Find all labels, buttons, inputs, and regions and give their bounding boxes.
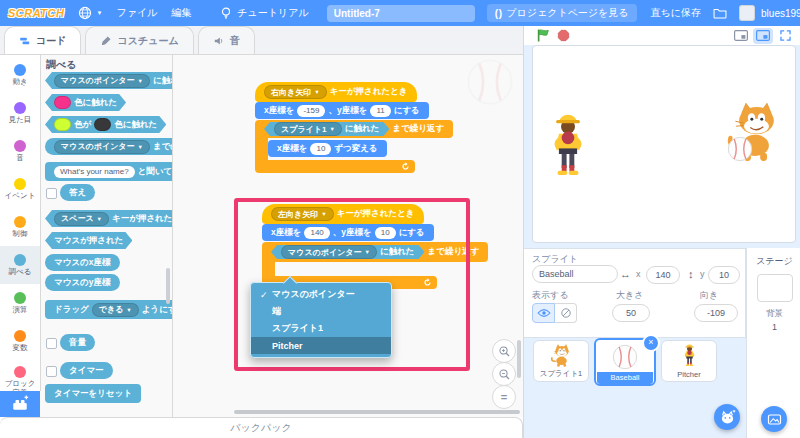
- color-swatch-dark[interactable]: [94, 118, 111, 131]
- palette-distance-block[interactable]: マウスのポインター▼ までの距離: [45, 138, 173, 155]
- menu-tutorials[interactable]: チュートリアル: [219, 6, 308, 20]
- sprite-direction-input[interactable]: -109: [694, 304, 738, 322]
- sprite-card-pitcher[interactable]: Pitcher: [661, 340, 717, 382]
- palette-reset-timer-block[interactable]: タイマーをリセット: [45, 384, 141, 403]
- script1-when-key-pressed-hat[interactable]: 右向き矢印▼ キーが押されたとき: [255, 82, 417, 102]
- backdrop-thumbnail[interactable]: [757, 274, 793, 302]
- script1-change-x-input[interactable]: 10: [310, 143, 331, 155]
- category-control[interactable]: 制御: [0, 208, 40, 246]
- palette-loudness-reporter[interactable]: 音量: [60, 334, 95, 351]
- script1-key-dropdown[interactable]: 右向き矢印▼: [264, 85, 327, 99]
- script1-x-input[interactable]: -159: [297, 105, 325, 117]
- category-looks[interactable]: 見た目: [0, 94, 40, 132]
- color-swatch-pink[interactable]: [54, 96, 71, 109]
- menu-file[interactable]: ファイル: [116, 6, 157, 20]
- stage-sprite-pitcher[interactable]: [547, 110, 589, 184]
- script2-when-key-pressed-hat[interactable]: 左向き矢印▼ キーが押されたとき: [262, 204, 424, 224]
- my-stuff-folder-icon[interactable]: [713, 6, 727, 20]
- project-title-input[interactable]: [327, 5, 475, 22]
- small-stage-button[interactable]: [731, 28, 751, 44]
- show-button[interactable]: [532, 303, 555, 323]
- category-motion[interactable]: 動き: [0, 56, 40, 94]
- sprite-card-baseball[interactable]: × Baseball: [594, 338, 656, 386]
- drag-mode-dropdown[interactable]: できる▼: [92, 303, 139, 317]
- scratch-logo[interactable]: SCRATCH: [8, 7, 64, 19]
- script1-touching-dropdown[interactable]: スプライト1▼: [274, 122, 342, 136]
- loudness-checkbox[interactable]: [46, 338, 57, 349]
- script2-until-condition[interactable]: マウスのポインター▼ に触れた: [271, 245, 425, 259]
- palette-mouse-y-reporter[interactable]: マウスのy座標: [45, 274, 120, 291]
- distance-target-dropdown[interactable]: マウスのポインター▼: [54, 140, 150, 154]
- tab-sounds[interactable]: 音: [198, 26, 255, 54]
- add-backdrop-button[interactable]: [761, 406, 787, 432]
- ask-text-input[interactable]: What's your name?: [54, 166, 135, 178]
- answer-checkbox[interactable]: [46, 188, 57, 199]
- delete-sprite-button[interactable]: ×: [642, 334, 660, 352]
- palette-scrollbar[interactable]: [166, 268, 170, 304]
- sprite-y-input[interactable]: 10: [708, 266, 740, 284]
- palette-ask-block[interactable]: What's your name? と聞いて待つ: [45, 162, 173, 181]
- script2-key-dropdown[interactable]: 左向き矢印▼: [271, 207, 334, 221]
- add-extension-button[interactable]: [0, 391, 40, 417]
- tab-costumes[interactable]: コスチューム: [85, 26, 193, 54]
- category-events[interactable]: イベント: [0, 170, 40, 208]
- palette-set-drag-block[interactable]: ドラッグ できる▼ ようにする: [45, 300, 173, 319]
- stage-sprite-baseball[interactable]: [727, 136, 753, 162]
- sprite-name-input[interactable]: [532, 265, 618, 283]
- touching-target-dropdown[interactable]: マウスのポインター▼: [54, 74, 150, 88]
- script2-y-input[interactable]: 10: [375, 227, 396, 239]
- zoom-out-button[interactable]: [492, 362, 516, 386]
- avatar[interactable]: [739, 5, 755, 21]
- sprite-size-input[interactable]: 50: [612, 304, 650, 322]
- workspace-horizontal-scrollbar[interactable]: [234, 410, 520, 414]
- stage-selector[interactable]: ステージ 背景 1: [746, 248, 800, 438]
- palette-touching-color-block[interactable]: 色に触れた: [45, 94, 126, 111]
- menu-item-mouse-pointer[interactable]: ✓ マウスのポインター: [251, 286, 391, 303]
- stop-button[interactable]: [557, 29, 570, 42]
- palette-mouse-x-reporter[interactable]: マウスのx座標: [45, 254, 120, 271]
- sprite-x-input[interactable]: 140: [646, 266, 680, 284]
- palette-mouse-down-block[interactable]: マウスが押された: [45, 232, 132, 249]
- script2-x-input[interactable]: 140: [304, 227, 329, 239]
- palette-answer-reporter[interactable]: 答え: [60, 184, 95, 201]
- zoom-in-button[interactable]: [492, 339, 516, 363]
- code-workspace[interactable]: 右向き矢印▼ キーが押されたとき x座標を-159 、y座標を11 にする スプ…: [172, 54, 523, 417]
- menu-item-pitcher[interactable]: Pitcher: [251, 337, 391, 354]
- palette-color-touching-color-block[interactable]: 色が 色に触れた: [45, 116, 166, 133]
- backpack-bar[interactable]: バックパック: [0, 417, 523, 438]
- zoom-reset-button[interactable]: =: [492, 385, 516, 409]
- add-sprite-button[interactable]: [714, 404, 740, 430]
- color-swatch-green[interactable]: [54, 118, 71, 131]
- tab-code[interactable]: コード: [4, 26, 81, 54]
- palette-key-pressed-block[interactable]: スペース▼ キーが押された: [45, 210, 173, 227]
- script1-change-x-block[interactable]: x座標を10 ずつ変える: [268, 140, 387, 157]
- large-stage-button[interactable]: [753, 28, 773, 44]
- timer-checkbox[interactable]: [46, 366, 57, 377]
- workspace-vertical-scrollbar[interactable]: [517, 340, 521, 378]
- category-operators[interactable]: 演算: [0, 284, 40, 322]
- category-sensing[interactable]: 調べる: [0, 246, 40, 284]
- script1-goto-xy-block[interactable]: x座標を-159 、y座標を11 にする: [255, 102, 429, 119]
- category-sound[interactable]: 音: [0, 132, 40, 170]
- save-now-button[interactable]: 直ちに保存: [651, 6, 701, 20]
- script2-touching-dropdown[interactable]: マウスのポインター▼: [281, 245, 377, 259]
- green-flag-button[interactable]: [536, 28, 551, 43]
- language-selector[interactable]: ▼: [78, 6, 102, 20]
- palette-timer-reporter[interactable]: タイマー: [60, 362, 113, 379]
- see-project-page-button[interactable]: ( ) プロジェクトページを見る: [487, 4, 637, 22]
- category-variables[interactable]: 変数: [0, 322, 40, 360]
- menu-item-sprite1[interactable]: スプライト1: [251, 320, 391, 337]
- key-dropdown[interactable]: スペース▼: [54, 212, 109, 226]
- hide-button[interactable]: [555, 303, 577, 323]
- stage[interactable]: [532, 45, 796, 243]
- menu-item-edge[interactable]: 端: [251, 303, 391, 320]
- script1-y-input[interactable]: 11: [370, 105, 390, 117]
- fullscreen-button[interactable]: [775, 28, 795, 44]
- sprite-card-sprite1[interactable]: スプライト1: [533, 340, 589, 382]
- palette-touching-block[interactable]: マウスのポインター▼ に触れた: [45, 72, 173, 89]
- menu-edit[interactable]: 編集: [171, 6, 191, 20]
- script2-repeat-until-block[interactable]: マウスのポインター▼ に触れた まで繰り返す: [262, 242, 488, 262]
- script2-goto-xy-block[interactable]: x座標を140 、y座標を10 にする: [262, 224, 434, 241]
- account-menu[interactable]: blues1997 ▼: [761, 8, 800, 19]
- script1-until-condition[interactable]: スプライト1▼ に触れた: [264, 122, 389, 136]
